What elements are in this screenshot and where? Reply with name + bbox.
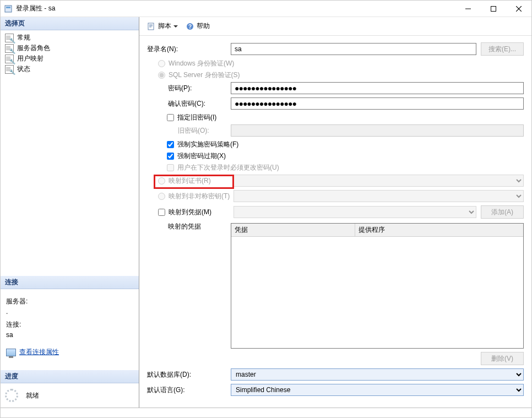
search-button: 搜索(E)...: [481, 42, 524, 56]
connection-value: sa: [6, 331, 133, 339]
map-to-credential-label: 映射到凭据(M): [169, 208, 234, 217]
script-label: 脚本: [158, 21, 171, 31]
confirm-password-label: 确认密码(C):: [147, 99, 231, 108]
left-pane: 选择页 常规 服务器角色 用户映射 状态 连接 服务器: . 连: [1, 17, 139, 408]
chevron-down-icon: [173, 25, 178, 28]
toolbar: 脚本 ? 帮助: [139, 17, 531, 36]
windows-auth-radio: [158, 60, 165, 67]
server-label: 服务器:: [6, 297, 133, 306]
progress-panel: 就绪: [1, 383, 139, 408]
svg-rect-1: [6, 7, 10, 8]
nav-item-status[interactable]: 状态: [4, 64, 135, 74]
page-icon: [5, 55, 14, 63]
default-language-select[interactable]: Simplified Chinese: [231, 384, 524, 396]
sql-auth-radio: [158, 72, 165, 79]
monitor-icon: [6, 349, 16, 356]
specify-old-password-label: 指定旧密码(I): [177, 113, 216, 122]
password-label: 密码(P):: [147, 84, 231, 93]
password-input[interactable]: ●●●●●●●●●●●●●●●: [231, 82, 524, 94]
map-to-credential-checkbox[interactable]: [158, 209, 165, 216]
progress-header: 进度: [1, 370, 139, 383]
page-icon: [5, 44, 14, 53]
nav-item-label: 常规: [17, 33, 30, 42]
map-to-asym-label: 映射到非对称密钥(T): [169, 192, 234, 201]
mapped-credentials-label: 映射的凭据: [147, 222, 231, 231]
close-button[interactable]: [506, 1, 531, 17]
nav-item-user-mapping[interactable]: 用户映射: [4, 53, 135, 64]
must-change-password-checkbox: [167, 164, 174, 171]
svg-text:?: ?: [188, 24, 192, 30]
svg-rect-3: [491, 6, 496, 11]
must-change-password-label: 用户在下次登录时必须更改密码(U): [177, 163, 279, 172]
confirm-password-input[interactable]: ●●●●●●●●●●●●●●●: [231, 97, 524, 110]
col-credential: 凭据: [231, 224, 355, 236]
spinner-icon: [5, 389, 18, 402]
enforce-password-policy-checkbox[interactable]: [167, 141, 174, 148]
nav-list: 常规 服务器角色 用户映射 状态: [1, 30, 139, 77]
old-password-input: [231, 124, 524, 137]
nav-item-general[interactable]: 常规: [4, 32, 135, 43]
view-connection-properties-link[interactable]: 查看连接属性: [19, 348, 59, 357]
help-icon: ?: [186, 22, 194, 31]
map-to-cert-label: 映射到证书(R): [169, 176, 234, 186]
connection-header: 连接: [1, 276, 139, 289]
enforce-password-expiration-label: 强制密码过期(X): [177, 151, 226, 161]
default-database-label: 默认数据库(D):: [147, 370, 231, 379]
old-password-label: 旧密码(O):: [147, 126, 231, 135]
select-page-header: 选择页: [1, 17, 139, 30]
default-database-select[interactable]: master: [231, 368, 524, 381]
svg-rect-6: [148, 23, 154, 30]
map-to-asym-radio: [158, 193, 165, 200]
map-to-asym-select: [234, 190, 524, 202]
window-title: 登录属性 - sa: [16, 4, 55, 13]
default-language-label: 默认语言(G):: [147, 386, 231, 395]
page-icon: [5, 65, 14, 74]
page-icon: [5, 34, 14, 42]
right-pane: 脚本 ? 帮助 登录名(N): 搜索(E)... Windows 身份验证(W): [139, 17, 531, 408]
form-area: 登录名(N): 搜索(E)... Windows 身份验证(W) SQL Ser…: [139, 36, 531, 408]
nav-item-label: 状态: [17, 64, 30, 74]
script-button[interactable]: 脚本: [145, 20, 180, 32]
specify-old-password-checkbox[interactable]: [167, 114, 174, 121]
connection-label: 连接:: [6, 320, 133, 329]
login-name-input[interactable]: [231, 43, 476, 55]
windows-auth-label: Windows 身份验证(W): [169, 59, 234, 68]
mapped-credentials-table[interactable]: 凭据 提供程序: [231, 223, 524, 349]
sql-auth-label: SQL Server 身份验证(S): [169, 70, 240, 80]
script-icon: [147, 22, 156, 31]
help-label: 帮助: [197, 21, 210, 31]
enforce-password-policy-label: 强制实施密码策略(F): [177, 140, 238, 149]
remove-button: 删除(V): [481, 352, 524, 365]
progress-status: 就绪: [26, 391, 39, 400]
login-name-label: 登录名(N):: [147, 45, 231, 54]
help-button[interactable]: ? 帮助: [183, 20, 212, 32]
app-icon: [4, 4, 13, 13]
enforce-password-expiration-checkbox[interactable]: [167, 153, 174, 160]
add-button: 添加(A): [481, 205, 524, 219]
bottom-divider: [1, 408, 531, 416]
nav-item-label: 服务器角色: [17, 44, 50, 53]
titlebar: 登录属性 - sa: [1, 1, 531, 17]
map-to-credential-select: [234, 206, 476, 218]
svg-rect-0: [5, 6, 12, 12]
connection-panel: 服务器: . 连接: sa 查看连接属性: [1, 289, 139, 362]
server-value: .: [6, 308, 133, 316]
nav-item-server-roles[interactable]: 服务器角色: [4, 43, 135, 53]
maximize-button[interactable]: [481, 1, 506, 17]
map-to-cert-radio: [158, 177, 165, 184]
map-to-cert-select: [234, 175, 524, 187]
col-provider: 提供程序: [355, 224, 523, 236]
nav-item-label: 用户映射: [17, 54, 44, 63]
minimize-button[interactable]: [455, 1, 481, 17]
